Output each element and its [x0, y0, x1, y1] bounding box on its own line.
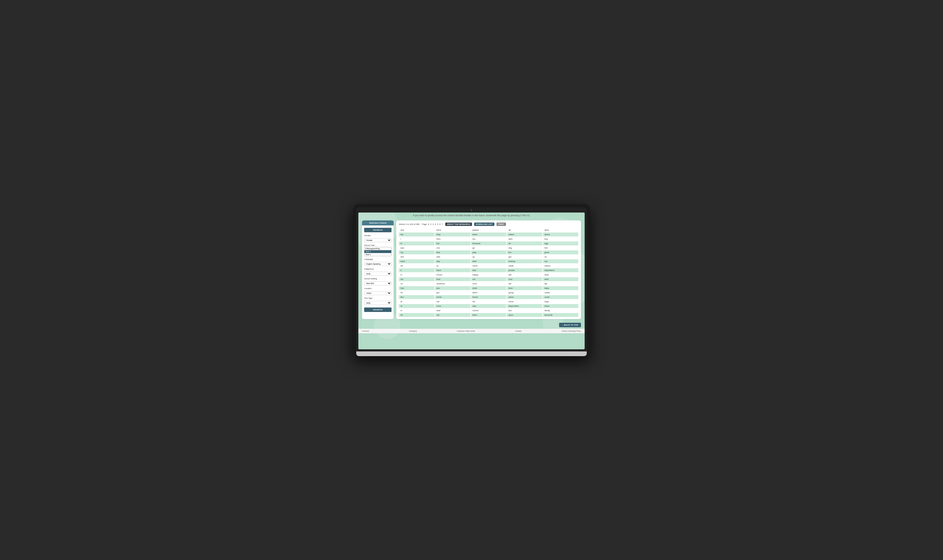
word-cell: like: [399, 295, 434, 299]
word-cell: did: [507, 282, 542, 286]
word-cell: food: [507, 286, 542, 290]
download-list-button[interactable]: DOWNLOAD LIST: [474, 223, 494, 226]
word-cell: were: [543, 228, 578, 232]
back-to-top-label: BACK TO TOP: [564, 324, 578, 326]
word-cell: name: [507, 295, 542, 299]
word-cell: called: [507, 232, 542, 237]
school-year-option-year1[interactable]: Year 1: [365, 250, 391, 253]
page-numbers: Page 1 2 3 4 5 6 7: [422, 223, 443, 225]
word-cell: dark: [507, 237, 542, 241]
footer-brand: Oxford University Press: [561, 330, 581, 332]
top-notice: If you wish to quickly access the Oxford…: [358, 212, 585, 218]
location-select[interactable]: Urban Rural (any): [364, 291, 392, 295]
school-year-option-year2[interactable]: Year 2: [365, 253, 391, 256]
words-count: Words 1 to 100 of 683: [399, 223, 420, 225]
word-cell: didn't: [471, 291, 506, 295]
indigenous-select[interactable]: (any) Yes No: [364, 272, 392, 275]
word-cell: wish: [543, 277, 578, 281]
screen: If you wish to quickly access the Oxford…: [358, 212, 585, 349]
word-cell: will: [507, 273, 542, 277]
word-cell: house: [435, 273, 471, 277]
word-cell: have: [435, 268, 471, 272]
word-cell: dogs: [543, 300, 578, 303]
word-cell: cat: [435, 313, 471, 317]
language-label: Language: [364, 258, 392, 260]
sidebar-body: SEARCH Gender Female Male Any: [362, 225, 394, 315]
school-setting-group: School Setting Med SES Low SES High SES …: [364, 277, 392, 285]
word-cell: there: [435, 228, 471, 232]
word-cell: looking: [507, 259, 542, 263]
word-cell: are: [471, 237, 506, 241]
word-cell: one: [435, 246, 471, 250]
word-cell: out: [543, 259, 578, 263]
page-3[interactable]: 3: [432, 223, 434, 225]
footer-company: Company: [409, 330, 417, 332]
gender-select[interactable]: Female Male Any: [364, 238, 392, 242]
word-cell: go: [471, 246, 506, 250]
notice-text: If you wish to quickly access the Oxford…: [413, 214, 530, 217]
word-cell: no: [543, 255, 578, 259]
word-cell: had: [399, 286, 434, 290]
camera: [471, 209, 472, 211]
word-cell: get: [507, 255, 542, 259]
page-5[interactable]: 5: [437, 223, 438, 225]
page-2[interactable]: 2: [430, 223, 431, 225]
page-1[interactable]: 1: [428, 223, 429, 225]
word-cell: her: [399, 277, 434, 281]
footer-connect: Connect: [362, 330, 369, 332]
word-cell: was: [399, 246, 434, 250]
page-7[interactable]: 7: [442, 223, 443, 225]
page-6[interactable]: 6: [439, 223, 440, 225]
print-button[interactable]: PRINT: [497, 223, 506, 226]
school-year-option-foundation[interactable]: F/Reception/Prep...: [365, 247, 391, 250]
word-cell: eat: [435, 300, 471, 303]
page-4[interactable]: 4: [435, 223, 436, 225]
wordlist-header: Words 1 to 100 of 683 Page 1 2 3 4 5 6 7…: [399, 223, 578, 226]
word-cell: boy: [543, 237, 578, 241]
school-year-dropdown[interactable]: F/Reception/Prep... Year 1 Year 2: [364, 247, 392, 256]
word-cell: cool: [507, 277, 542, 281]
text-type-group: Text Type (any) Narrative Recount: [364, 297, 392, 305]
word-cell: two: [507, 309, 542, 312]
word-cell: home: [435, 295, 471, 299]
sidebar: Selection Criteria SEARCH Gender Female …: [362, 220, 394, 319]
word-cell: about: [543, 232, 578, 237]
laptop-base: [356, 351, 587, 356]
word-cell: once: [471, 282, 506, 286]
about-research-button[interactable]: ABOUT THE RESEARCH: [445, 223, 472, 226]
school-year-group: School Year F/Reception/Prep... Year 1 Y…: [364, 244, 392, 256]
back-to-top-arrow: ↑: [562, 324, 563, 326]
word-cell: we: [399, 264, 434, 268]
word-cell: happy: [471, 273, 506, 277]
word-cell: time: [435, 277, 471, 281]
word-cell: his: [471, 300, 506, 303]
word-cell: he: [399, 291, 434, 295]
language-select[interactable]: English Speaking Any: [364, 262, 392, 266]
word-cell: said: [435, 309, 471, 312]
indigenous-label: Indigenous: [364, 268, 392, 270]
word-cell: came: [471, 264, 506, 268]
word-cell: school: [471, 309, 506, 312]
search-top-button[interactable]: SEARCH: [364, 228, 392, 232]
word-cell: ate: [543, 282, 578, 286]
text-type-select[interactable]: (any) Narrative Recount: [364, 301, 392, 305]
word-cell: that: [435, 251, 471, 254]
word-cell: so: [435, 264, 471, 268]
back-to-top-button[interactable]: ↑ BACK TO TOP: [559, 323, 581, 327]
word-cell: down: [543, 304, 578, 308]
word-cell: me: [471, 277, 506, 281]
word-cell: want: [543, 273, 578, 277]
search-bottom-button[interactable]: SEARCH: [364, 308, 392, 312]
word-cell: sisters: [543, 264, 578, 268]
laptop-frame: If you wish to quickly access the Oxford…: [353, 204, 590, 356]
main-content: Selection Criteria SEARCH Gender Female …: [358, 218, 585, 321]
footer-contact: Contact: [515, 330, 521, 332]
school-setting-select[interactable]: Med SES Low SES High SES (any): [364, 282, 392, 285]
location-label: Location: [364, 287, 392, 289]
school-setting-label: School Setting: [364, 277, 392, 280]
word-cell: stepmother: [507, 304, 542, 308]
word-cell: up: [471, 255, 506, 259]
word-cell: saw: [471, 304, 506, 308]
word-cell: but: [435, 242, 471, 245]
word-cell: on: [399, 282, 434, 286]
